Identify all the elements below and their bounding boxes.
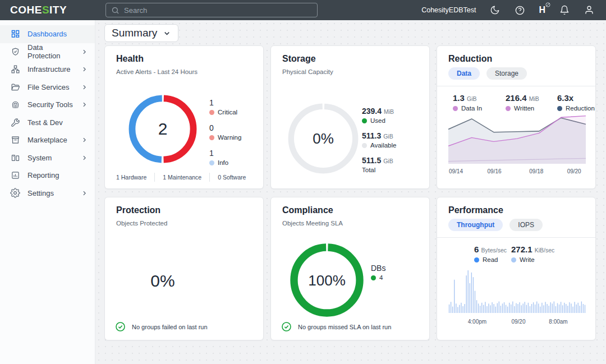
user-account-icon[interactable] xyxy=(584,4,595,16)
chevron-right-icon xyxy=(81,101,88,108)
sidebar-item-label: Marketplace xyxy=(27,136,67,144)
sidebar-item-label: Reporting xyxy=(27,171,59,179)
sidebar-item-marketplace[interactable]: Marketplace xyxy=(0,131,95,149)
compliance-status-text: No groups missed SLA on last run xyxy=(298,324,391,330)
available-dot xyxy=(362,143,367,148)
dark-mode-moon-icon[interactable] xyxy=(489,4,501,16)
sidebar-item-settings[interactable]: Settings xyxy=(0,185,95,202)
stat-written: 216.4 MiB Written xyxy=(506,93,539,112)
sidebar-item-label: Infrastructure xyxy=(27,65,71,73)
x-axis-label: 09/16 xyxy=(488,168,502,174)
reduction-x-axis: 09/1409/1609/1809/20 xyxy=(448,168,586,176)
tab-throughput[interactable]: Throughput xyxy=(448,219,503,231)
sidebar-item-label: Dashboards xyxy=(27,30,67,38)
health-donut-chart[interactable]: 2 xyxy=(128,94,198,164)
sidebar-item-label: File Services xyxy=(27,83,69,91)
cohesity-logo[interactable]: COHESITY xyxy=(0,4,95,16)
read-dot xyxy=(474,257,479,262)
sidebar-item-infrastructure[interactable]: Infrastructure xyxy=(0,61,95,79)
storage-donut-chart[interactable]: 0% xyxy=(287,102,360,175)
tab-data[interactable]: Data xyxy=(448,67,480,80)
stat-read: 6 Bytes/sec Read xyxy=(474,245,507,263)
logo-accent-letter: S xyxy=(42,4,49,16)
sidebar-item-reporting[interactable]: Reporting xyxy=(0,167,95,185)
data-in-dot xyxy=(453,106,458,111)
sidebar-item-file-services[interactable]: File Services xyxy=(0,79,95,96)
check-circle-icon xyxy=(115,321,126,332)
sidebar-item-security-tools[interactable]: Security Tools xyxy=(0,96,95,114)
chevron-right-icon xyxy=(81,66,88,73)
sidebar-item-label: Settings xyxy=(27,189,54,197)
performance-bar-chart[interactable] xyxy=(448,270,586,313)
reduction-area-chart[interactable] xyxy=(448,114,586,164)
maintenance-alerts[interactable]: 1 Maintenance xyxy=(154,173,209,182)
chevron-right-icon xyxy=(81,136,88,144)
search-icon xyxy=(111,6,120,15)
chevron-right-icon xyxy=(81,190,88,197)
legend-available: 511.3 GiB Available xyxy=(362,131,396,149)
card-title: Health xyxy=(116,54,144,64)
stat-write: 272.1 KiB/sec Write xyxy=(511,245,554,263)
performance-card: Performance Throughput IOPS 6 Bytes/sec … xyxy=(437,197,596,340)
global-search[interactable] xyxy=(105,3,318,17)
top-bar: COHESITY CohesityEDBTest H xyxy=(0,0,606,20)
x-axis-label: 09/20 xyxy=(511,319,525,325)
write-dot xyxy=(511,257,516,262)
legend-info: 1 Info xyxy=(209,149,241,166)
compliance-status-row: No groups missed SLA on last run xyxy=(281,321,391,332)
infrastructure-icon xyxy=(10,64,20,75)
sidebar-item-test-and-dev[interactable]: Test & Dev xyxy=(0,114,95,132)
used-dot xyxy=(362,118,367,123)
system-icon xyxy=(10,153,20,163)
storage-legend: 239.4 MiB Used 511.3 GiB Available 511.5… xyxy=(362,107,396,173)
logo-text-end: ITY xyxy=(49,4,67,16)
sidebar-item-system[interactable]: System xyxy=(0,149,95,167)
health-footer-stats: 1 Hardware 1 Maintenance 0 Software xyxy=(116,173,254,182)
health-legend: 1 Critical 0 Warning 1 Info xyxy=(209,98,241,166)
sidebar-item-data-protection[interactable]: Data Protection xyxy=(0,43,95,61)
topbar-actions: CohesityEDBTest H xyxy=(421,4,606,16)
sidebar-nav: Dashboards Data Protection Infrastructur… xyxy=(0,20,95,364)
cluster-name[interactable]: CohesityEDBTest xyxy=(421,6,476,14)
sidebar-item-label: Data Protection xyxy=(27,43,74,60)
compliance-side-legend: DBs 4 xyxy=(371,264,385,281)
dbs-dot xyxy=(371,275,376,280)
sidebar-item-label: Test & Dev xyxy=(27,118,63,127)
card-subtitle: Objects Protected xyxy=(116,220,167,227)
dashboard-grid: Health Active Alerts - Last 24 Hours 2 1… xyxy=(104,45,596,340)
health-score-letter: H xyxy=(539,5,545,15)
tab-iops[interactable]: IOPS xyxy=(509,219,543,231)
card-subtitle: Objects Meeting SLA xyxy=(282,220,343,227)
health-card: Health Active Alerts - Last 24 Hours 2 1… xyxy=(104,45,264,189)
software-alerts[interactable]: 0 Software xyxy=(209,173,254,182)
card-title: Storage xyxy=(282,54,316,64)
storage-card: Storage Physical Capacity 0% 239.4 MiB U… xyxy=(270,45,430,189)
card-subtitle: Physical Capacity xyxy=(282,68,333,75)
chevron-right-icon xyxy=(81,84,88,91)
hardware-alerts[interactable]: 1 Hardware xyxy=(116,173,154,182)
compliance-percent: 100% xyxy=(308,271,346,289)
wrench-icon xyxy=(10,117,20,127)
sidebar-item-dashboards[interactable]: Dashboards xyxy=(0,25,95,43)
logo-text: COHE xyxy=(10,4,42,16)
sidebar-item-label: System xyxy=(27,154,52,162)
sidebar-item-label: Security Tools xyxy=(27,100,73,109)
card-title: Performance xyxy=(448,205,503,215)
reduction-dot xyxy=(557,106,562,111)
warning-dot xyxy=(209,135,214,140)
x-axis-label: 09/20 xyxy=(567,168,581,174)
main-content: Summary Health Active Alerts - Last 24 H… xyxy=(95,20,606,364)
health-score-badge[interactable]: H xyxy=(539,5,545,15)
x-axis-label: 09/18 xyxy=(529,168,543,174)
card-subtitle: Active Alerts - Last 24 Hours xyxy=(116,68,198,75)
notifications-bell-icon[interactable] xyxy=(559,4,570,16)
help-icon[interactable] xyxy=(514,4,525,16)
dashboard-view-selector[interactable]: Summary xyxy=(104,24,178,42)
search-input[interactable] xyxy=(124,6,312,15)
compliance-donut-chart[interactable]: 100% xyxy=(290,243,364,317)
chevron-down-icon xyxy=(163,29,171,38)
view-selector-label: Summary xyxy=(112,27,157,39)
x-axis-label: 4:00pm xyxy=(468,319,486,325)
tab-storage[interactable]: Storage xyxy=(486,67,527,80)
x-axis-label: 8:00am xyxy=(549,319,567,325)
